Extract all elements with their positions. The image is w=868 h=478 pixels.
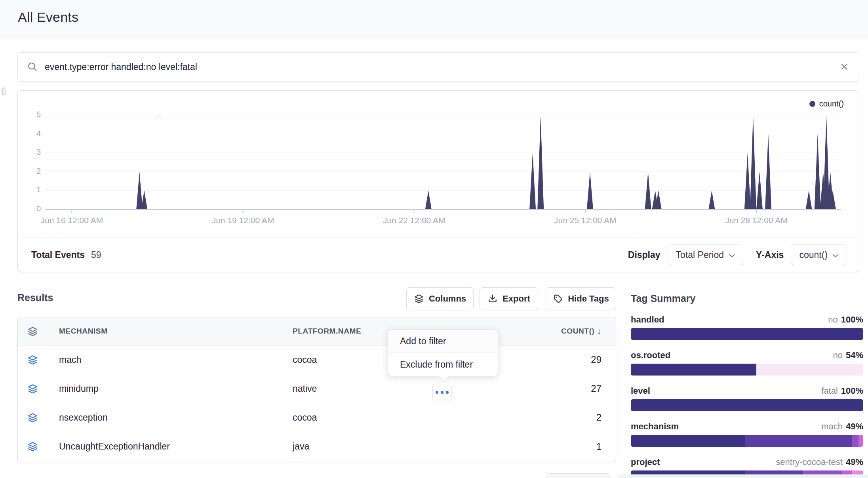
display-select-value: Total Period — [676, 250, 724, 260]
y-tick-label: 5 — [25, 110, 41, 119]
column-header-count[interactable]: COUNT() ↓ — [525, 326, 616, 336]
page-title: All Events — [18, 9, 78, 25]
y-axis-label: Y-Axis — [756, 250, 784, 260]
cell-count[interactable]: 27 — [525, 383, 616, 394]
tag-top-value: no100% — [828, 315, 863, 325]
tag-distribution-bar — [631, 364, 863, 376]
cell-mechanism[interactable]: nsexception — [59, 412, 293, 423]
all-events-page: All Events event.type:error handled:no l… — [0, 0, 868, 478]
tag-bar-segment[interactable] — [858, 435, 863, 447]
results-title: Results — [17, 292, 53, 303]
table-row[interactable]: nsexceptioncocoa2 — [18, 403, 616, 432]
sort-desc-icon: ↓ — [597, 326, 602, 336]
pagination-button[interactable] — [546, 473, 610, 478]
cell-mechanism[interactable]: UncaughtExceptionHandler — [59, 441, 293, 452]
display-select[interactable]: Total Period — [668, 245, 743, 265]
menu-item-add-to-filter[interactable]: Add to filter — [388, 330, 498, 353]
tag-bar-segment[interactable] — [756, 364, 863, 376]
column-header-mechanism[interactable]: MECHANISM — [59, 327, 293, 336]
tag-summary: Tag Summary handledno100%os.rootedno54%l… — [631, 293, 863, 478]
total-events-value: 59 — [91, 250, 101, 260]
cell-mechanism[interactable]: minidump — [59, 383, 293, 394]
cell-platform-name[interactable]: native — [293, 383, 525, 394]
cell-count[interactable]: 29 — [525, 354, 616, 365]
y-axis-select-value: count() — [799, 250, 828, 260]
chart-footer: Total Events 59 Display Total Period Y-A… — [18, 237, 859, 272]
total-events: Total Events 59 — [31, 250, 101, 260]
hide-tags-button[interactable]: Hide Tags — [546, 287, 616, 310]
x-tick-label: Jun 19 12:00 AM — [195, 216, 290, 225]
y-tick-label: 1 — [25, 185, 41, 194]
close-icon[interactable]: ✕ — [840, 62, 849, 72]
events-chart[interactable]: 012345 Jun 16 12:00 AMJun 19 12:00 AMJun… — [18, 91, 859, 237]
columns-button[interactable]: Columns — [406, 287, 474, 310]
bottom-section-edge — [618, 474, 868, 478]
legend-dot-icon — [809, 101, 815, 107]
results-table: MECHANISM PLATFORM.NAME COUNT() ↓ machco… — [17, 317, 616, 462]
hide-tags-button-label: Hide Tags — [568, 294, 609, 304]
panel-drag-handle[interactable] — [2, 87, 6, 95]
tag-bar-segment[interactable] — [631, 328, 863, 340]
search-bar[interactable]: event.type:error handled:no level:fatal … — [17, 52, 859, 82]
tag-bar-segment[interactable] — [745, 435, 852, 447]
tag-top-value: mach49% — [821, 421, 863, 432]
x-tick-label: Jun 22 12:00 AM — [367, 216, 462, 225]
tag-icon — [553, 294, 563, 304]
layers-icon — [27, 355, 59, 365]
layers-icon — [414, 294, 424, 304]
tag-distribution-bar — [631, 435, 863, 447]
total-events-label: Total Events — [31, 250, 85, 260]
cell-platform-name[interactable]: cocoa — [293, 412, 525, 423]
legend-label: count() — [819, 99, 844, 108]
tag-bar-segment[interactable] — [631, 364, 756, 376]
tag-bar-segment[interactable] — [852, 435, 859, 447]
layers-icon — [27, 383, 59, 394]
y-tick-label: 0 — [25, 204, 41, 213]
count-area-chart[interactable] — [45, 91, 841, 214]
tag-top-value: sentry-cocoa-test49% — [776, 457, 863, 467]
tag-name: handled — [631, 315, 664, 325]
layers-icon[interactable] — [27, 326, 59, 337]
tag-name: mechanism — [631, 421, 679, 432]
tag-summary-title: Tag Summary — [631, 293, 863, 304]
tag-distribution-bar — [631, 328, 863, 340]
cell-actions-button[interactable] — [432, 383, 452, 402]
chart-marker-dot — [156, 115, 161, 120]
tag-bar-segment[interactable] — [631, 399, 863, 411]
tag-name: os.rooted — [631, 350, 670, 360]
count-series — [45, 115, 841, 209]
chart-legend[interactable]: count() — [809, 99, 844, 108]
table-row[interactable]: UncaughtExceptionHandlerjava1 — [18, 432, 616, 461]
download-icon — [487, 294, 498, 304]
top-header-bar: All Events — [0, 0, 868, 39]
table-row[interactable]: minidumpnative27 — [18, 374, 616, 403]
events-chart-panel: 012345 Jun 16 12:00 AMJun 19 12:00 AMJun… — [17, 90, 859, 272]
search-input[interactable]: event.type:error handled:no level:fatal — [45, 62, 840, 72]
table-header-row: MECHANISM PLATFORM.NAME COUNT() ↓ — [18, 317, 616, 345]
layers-icon — [27, 441, 59, 452]
y-axis-select[interactable]: count() — [791, 245, 847, 265]
cell-count[interactable]: 2 — [525, 412, 616, 423]
cell-mechanism[interactable]: mach — [59, 355, 293, 365]
x-tick-label: Jun 16 12:00 AM — [24, 216, 119, 225]
tag-top-value: no54% — [833, 350, 863, 360]
cell-count[interactable]: 1 — [525, 441, 616, 452]
chevron-down-icon — [832, 254, 839, 258]
x-tick-label: Jun 25 12:00 AM — [538, 216, 633, 225]
y-tick-label: 2 — [25, 167, 41, 176]
chart-controls: Display Total Period Y-Axis count() — [628, 245, 847, 265]
search-icon — [27, 62, 38, 72]
columns-button-label: Columns — [429, 294, 466, 304]
ellipsis-icon — [436, 391, 438, 394]
tag-top-value: fatal100% — [821, 386, 863, 396]
tag-distribution-bar — [631, 399, 863, 411]
export-button[interactable]: Export — [480, 287, 538, 310]
tag-name: level — [631, 386, 650, 396]
tag-entry-mechanism: mechanismmach49% — [631, 421, 863, 447]
tag-entry-level: levelfatal100% — [631, 386, 863, 411]
tag-bar-segment[interactable] — [631, 435, 745, 447]
table-body: machcocoa29minidumpnative27nsexceptionco… — [18, 345, 616, 461]
cell-platform-name[interactable]: java — [293, 441, 525, 452]
y-tick-label: 3 — [25, 148, 41, 157]
table-row[interactable]: machcocoa29 — [18, 345, 616, 374]
